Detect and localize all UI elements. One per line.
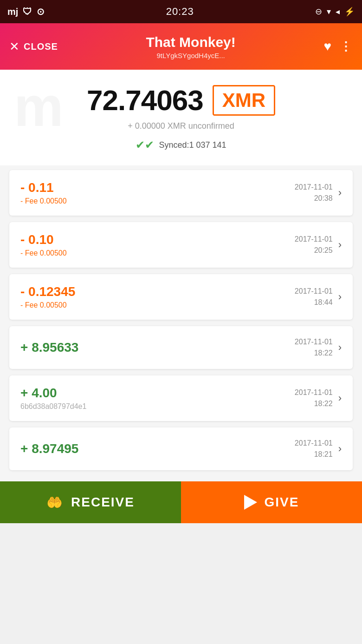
tx-left: + 4.006b6d38a08797d4e1 — [20, 386, 295, 411]
transaction-row[interactable]: - 0.12345- Fee 0.005002017-11-0118:44› — [9, 274, 353, 320]
status-bar-time: 20:23 — [166, 6, 194, 18]
transaction-row[interactable]: - 0.10- Fee 0.005002017-11-0120:25› — [9, 222, 353, 268]
tx-date: 2017-11-0120:25 — [295, 234, 333, 256]
status-bar-right: ⊖ ▾ ◂ ⚡ — [315, 7, 355, 17]
balance-amount: 72.74063 — [87, 84, 203, 117]
tx-right: 2017-11-0120:38› — [295, 182, 342, 204]
transaction-row[interactable]: + 8.974952017-11-0118:21› — [9, 427, 353, 470]
tx-fee: - Fee 0.00500 — [20, 197, 295, 205]
tx-date: 2017-11-0118:21 — [295, 438, 333, 460]
tx-right: 2017-11-0118:22› — [295, 336, 342, 359]
tx-right: 2017-11-0118:22› — [295, 387, 342, 409]
header-title-area: That Monkey! 9tLYgkSYgodH4ycE... — [58, 34, 323, 59]
tx-right: 2017-11-0118:21› — [295, 438, 342, 460]
tx-chevron-right-icon: › — [338, 443, 342, 455]
tx-date: 2017-11-0118:44 — [295, 286, 333, 308]
tx-right: 2017-11-0120:25› — [295, 234, 342, 256]
receive-label: RECEIVE — [71, 495, 135, 510]
tx-chevron-right-icon: › — [338, 239, 342, 251]
tx-amount: + 8.97495 — [20, 441, 295, 456]
tx-amount: + 4.00 — [20, 386, 295, 401]
currency-box: XMR — [213, 85, 275, 116]
wallet-address: 9tLYgkSYgodH4ycE... — [58, 52, 323, 59]
close-label: CLOSE — [24, 41, 58, 52]
balance-unconfirmed: + 0.00000 XMR unconfirmed — [14, 121, 348, 131]
tx-date: 2017-11-0118:22 — [295, 336, 333, 359]
header-actions: ♥ ⋮ — [323, 39, 353, 54]
balance-area: m 72.74063 XMR + 0.00000 XMR unconfirmed… — [0, 70, 362, 165]
sync-check-icon: ✔✔ — [136, 138, 154, 151]
favorite-button[interactable]: ♥ — [323, 39, 331, 54]
close-icon: ✕ — [9, 40, 20, 53]
give-button[interactable]: GIVE — [181, 481, 362, 523]
receive-button[interactable]: 🤲 RECEIVE — [0, 481, 181, 523]
tx-amount: + 8.95633 — [20, 340, 295, 355]
send-icon — [244, 495, 257, 510]
tx-left: - 0.11- Fee 0.00500 — [20, 180, 295, 205]
sync-text: Synced:1 037 141 — [159, 140, 226, 150]
transaction-row[interactable]: + 4.006b6d38a08797d4e12017-11-0118:22› — [9, 375, 353, 421]
bottom-buttons: 🤲 RECEIVE GIVE — [0, 481, 362, 523]
minus-circle-icon: ⊖ — [315, 7, 322, 17]
tx-right: 2017-11-0118:44› — [295, 286, 342, 308]
tx-left: - 0.10- Fee 0.00500 — [20, 232, 295, 257]
transaction-row[interactable]: + 8.956332017-11-0118:22› — [9, 326, 353, 369]
header: ✕ CLOSE That Monkey! 9tLYgkSYgodH4ycE...… — [0, 23, 362, 70]
tx-amount: - 0.12345 — [20, 284, 295, 299]
tx-date: 2017-11-0118:22 — [295, 387, 333, 409]
receive-icon: 🤲 — [46, 495, 64, 510]
balance-sync: ✔✔ Synced:1 037 141 — [14, 138, 348, 156]
signal-icon: ◂ — [336, 7, 340, 17]
wifi-icon: ▾ — [327, 7, 331, 17]
tx-date: 2017-11-0120:38 — [295, 182, 333, 204]
tx-left: + 8.97495 — [20, 441, 295, 456]
tx-left: + 8.95633 — [20, 340, 295, 355]
tx-chevron-right-icon: › — [338, 291, 342, 303]
tx-amount: - 0.11 — [20, 180, 295, 195]
status-bar-left: mj 🛡 ⊙ — [7, 6, 45, 17]
record-icon: ⊙ — [37, 6, 45, 17]
shield-icon: 🛡 — [23, 7, 32, 17]
status-bar: mj 🛡 ⊙ 20:23 ⊖ ▾ ◂ ⚡ — [0, 0, 362, 23]
tx-left: - 0.12345- Fee 0.00500 — [20, 284, 295, 309]
close-button[interactable]: ✕ CLOSE — [9, 40, 58, 53]
mj-icon: mj — [7, 7, 18, 17]
tx-chevron-right-icon: › — [338, 187, 342, 199]
tx-chevron-right-icon: › — [338, 392, 342, 404]
tx-chevron-right-icon: › — [338, 342, 342, 354]
more-button[interactable]: ⋮ — [340, 44, 353, 50]
tx-amount: - 0.10 — [20, 232, 295, 247]
battery-icon: ⚡ — [344, 7, 355, 17]
tx-fee: - Fee 0.00500 — [20, 249, 295, 257]
tx-fee: - Fee 0.00500 — [20, 301, 295, 309]
wallet-name: That Monkey! — [58, 34, 323, 51]
tx-address: 6b6d38a08797d4e1 — [20, 402, 295, 411]
currency-label: XMR — [222, 89, 265, 111]
balance-main: 72.74063 XMR — [14, 84, 348, 117]
transaction-row[interactable]: - 0.11- Fee 0.005002017-11-0120:38› — [9, 170, 353, 216]
give-label: GIVE — [265, 495, 299, 510]
transactions-list: - 0.11- Fee 0.005002017-11-0120:38›- 0.1… — [0, 165, 362, 481]
